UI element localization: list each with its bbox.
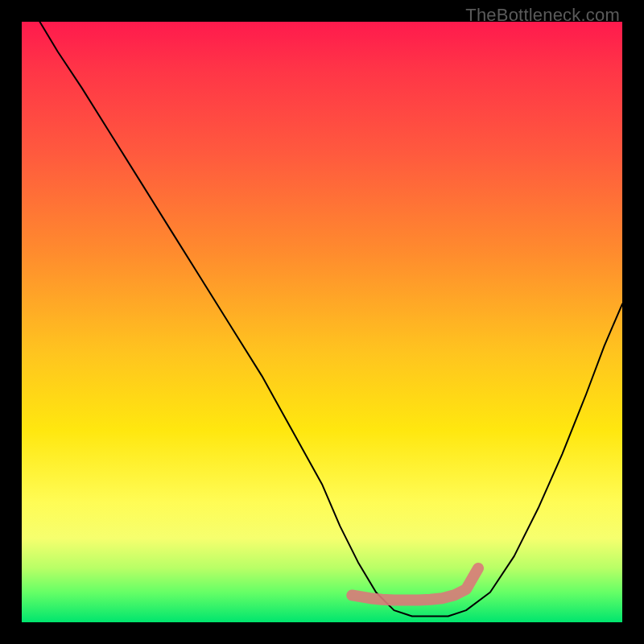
attribution-text: TheBottleneck.com (465, 5, 620, 26)
plot-area (22, 22, 622, 622)
bottleneck-curve (39, 22, 622, 617)
curve-layer (22, 22, 622, 622)
chart-frame: TheBottleneck.com (0, 0, 644, 644)
